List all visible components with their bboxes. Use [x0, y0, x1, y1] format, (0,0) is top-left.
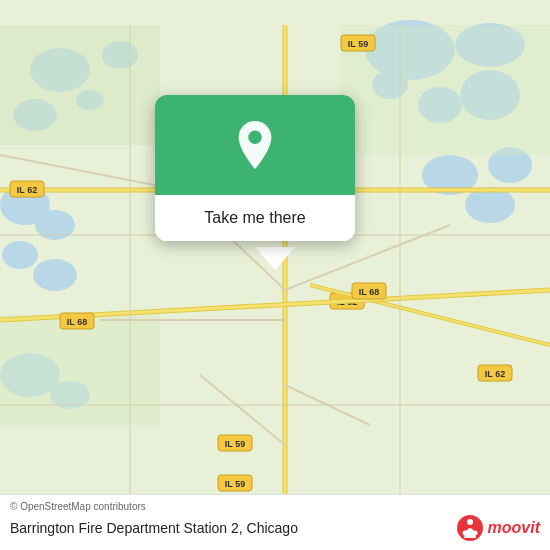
svg-rect-21 [0, 315, 160, 425]
map-container: IL 62 IL 62 IL 62 IL 59 IL 59 IL 59 IL 6… [0, 0, 550, 550]
take-me-there-button[interactable]: Take me there [155, 195, 355, 241]
svg-point-13 [33, 259, 77, 291]
bottom-bar: © OpenStreetMap contributors Barrington … [0, 494, 550, 550]
svg-point-61 [472, 531, 477, 536]
map-attribution: © OpenStreetMap contributors [10, 501, 540, 512]
location-name: Barrington Fire Department Station 2, Ch… [10, 520, 298, 536]
popup-header [155, 95, 355, 195]
svg-text:IL 59: IL 59 [348, 39, 368, 49]
svg-text:IL 62: IL 62 [17, 185, 37, 195]
svg-text:IL 62: IL 62 [485, 369, 505, 379]
svg-text:IL 68: IL 68 [359, 287, 379, 297]
svg-text:IL 68: IL 68 [67, 317, 87, 327]
popup-card: Take me there [155, 95, 355, 241]
svg-text:IL 59: IL 59 [225, 439, 245, 449]
location-info: Barrington Fire Department Station 2, Ch… [10, 514, 540, 542]
svg-point-60 [462, 531, 467, 536]
svg-point-59 [467, 519, 473, 525]
location-pin-icon [233, 119, 277, 171]
svg-rect-19 [0, 25, 160, 145]
map-background: IL 62 IL 62 IL 62 IL 59 IL 59 IL 59 IL 6… [0, 0, 550, 550]
svg-point-57 [248, 131, 261, 144]
svg-point-12 [2, 241, 38, 269]
moovit-text: moovit [488, 519, 540, 537]
moovit-icon [456, 514, 484, 542]
moovit-logo: moovit [456, 514, 540, 542]
svg-text:IL 59: IL 59 [225, 479, 245, 489]
